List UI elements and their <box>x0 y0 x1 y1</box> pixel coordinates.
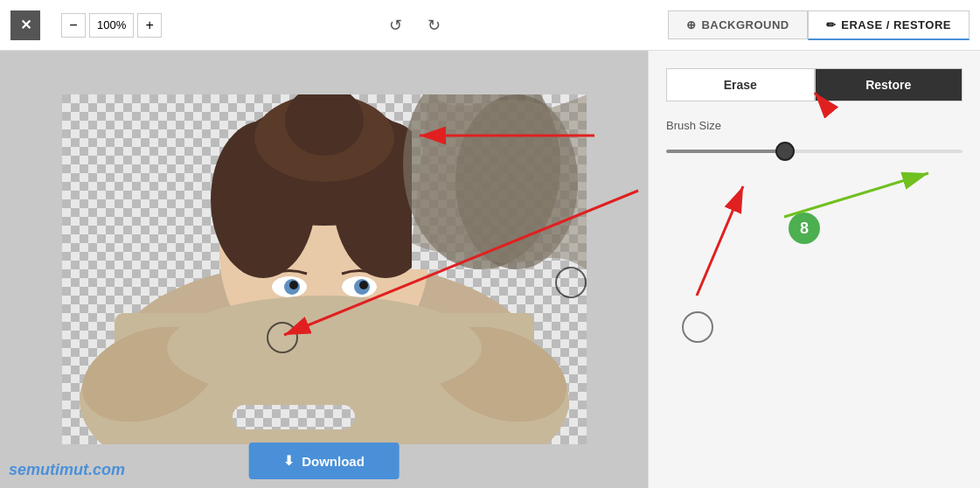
erase-tab-button[interactable]: Erase <box>666 68 815 101</box>
close-button[interactable]: ✕ <box>10 10 40 40</box>
toolbar-left: ✕ − 100% + <box>10 10 162 40</box>
svg-line-36 <box>784 173 928 217</box>
download-button[interactable]: ⬇ Download <box>248 443 400 479</box>
close-icon: ✕ <box>20 17 31 33</box>
watermark: semutimut.com <box>9 461 125 479</box>
erase-restore-tab-label: ERASE / RESTORE <box>841 18 951 31</box>
svg-point-23 <box>359 281 368 289</box>
main-area: ⬇ Download semutimut.com Erase <box>0 51 980 488</box>
toolbar-right: ⊕ BACKGROUND ✏ ERASE / RESTORE <box>668 10 970 40</box>
redo-icon: ↻ <box>427 16 441 35</box>
undo-icon: ↺ <box>389 16 402 35</box>
download-icon: ⬇ <box>283 453 295 469</box>
zoom-value-display: 100% <box>89 13 134 38</box>
slider-container <box>666 141 963 157</box>
undo-button[interactable]: ↺ <box>382 11 410 39</box>
brush-preview-circle <box>682 311 713 343</box>
canvas-area[interactable]: ⬇ Download semutimut.com <box>0 51 648 488</box>
download-area: ⬇ Download <box>248 443 400 479</box>
background-tab-label: BACKGROUND <box>701 18 789 31</box>
brush-cursor-indicator <box>267 322 298 353</box>
svg-point-24 <box>167 296 482 401</box>
restore-tab-button[interactable]: Restore <box>815 68 963 101</box>
image-container[interactable] <box>62 94 587 444</box>
pencil-icon: ✏ <box>826 18 837 31</box>
background-tab-button[interactable]: ⊕ BACKGROUND <box>668 10 808 39</box>
brush-size-slider[interactable] <box>666 150 963 153</box>
svg-point-22 <box>289 281 298 289</box>
layers-icon: ⊕ <box>686 18 697 31</box>
toolbar-center: ↺ ↻ <box>162 11 668 39</box>
svg-line-35 <box>697 186 743 296</box>
erase-restore-tabs: Erase Restore <box>666 68 963 101</box>
zoom-out-button[interactable]: − <box>61 13 86 38</box>
right-panel-arrows <box>649 51 980 488</box>
step-number: 8 <box>800 220 809 238</box>
zoom-in-button[interactable]: + <box>137 13 162 38</box>
zoom-controls: − 100% + <box>61 13 162 38</box>
right-panel: Erase Restore Brush Size 8 <box>648 51 980 488</box>
step-badge: 8 <box>789 213 820 244</box>
brush-cursor-on-canvas <box>555 267 587 298</box>
erase-restore-tab-button[interactable]: ✏ ERASE / RESTORE <box>808 10 970 40</box>
toolbar: ✕ − 100% + ↺ ↻ ⊕ BACKGROUND ✏ ERASE / RE… <box>0 0 980 51</box>
photo-svg <box>62 94 587 444</box>
svg-rect-28 <box>233 405 355 429</box>
redo-button[interactable]: ↻ <box>420 11 448 39</box>
brush-size-label: Brush Size <box>666 119 963 132</box>
download-label: Download <box>302 454 365 469</box>
